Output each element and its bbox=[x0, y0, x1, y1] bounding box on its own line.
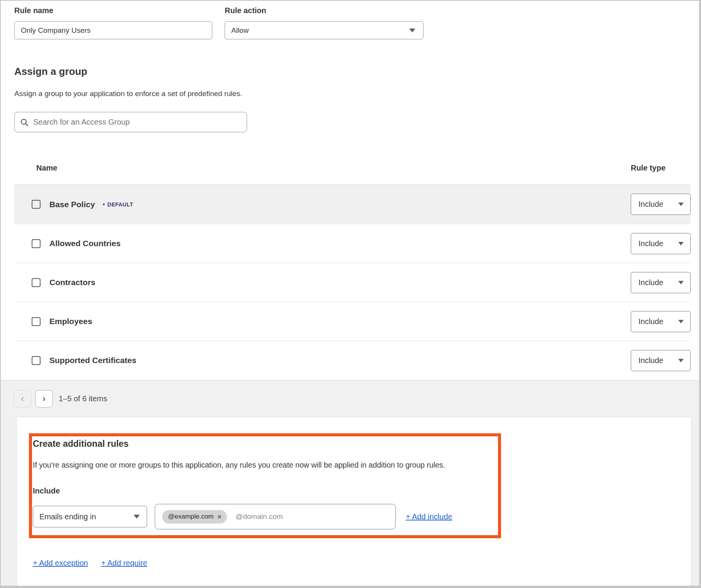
row-checkbox[interactable] bbox=[32, 317, 41, 326]
column-header-name: Name bbox=[36, 164, 57, 172]
pagination-status: 1–5 of 6 items bbox=[59, 394, 107, 403]
rule-action-select[interactable]: Allow bbox=[225, 21, 423, 39]
chevron-down-icon bbox=[134, 515, 140, 519]
rule-type-value: Include bbox=[638, 239, 664, 248]
previous-page-button[interactable]: ‹ bbox=[14, 390, 31, 407]
rule-type-value: Include bbox=[638, 278, 664, 287]
row-checkbox[interactable] bbox=[32, 278, 41, 287]
table-row-employees: Employees Include bbox=[14, 302, 691, 341]
chip-label: @example.com bbox=[168, 513, 213, 520]
rule-type-dropdown[interactable]: Include bbox=[631, 311, 691, 332]
footer-links-row: + Add exception + Add require bbox=[33, 559, 691, 568]
add-require-link[interactable]: + Add require bbox=[101, 559, 147, 568]
bottom-region: Create additional rules If you're assign… bbox=[1, 417, 699, 586]
search-icon bbox=[20, 118, 29, 127]
table-row-base-policy: Base Policy • DEFAULT Include bbox=[14, 185, 691, 224]
chevron-down-icon bbox=[678, 320, 684, 323]
row-name: Employees bbox=[49, 317, 92, 326]
rule-type-dropdown[interactable]: Include bbox=[631, 233, 691, 254]
rule-type-dropdown[interactable]: Include bbox=[631, 350, 691, 371]
create-rules-title: Create additional rules bbox=[33, 439, 691, 449]
email-domains-input[interactable]: @example.com ✕ bbox=[155, 504, 396, 529]
rule-action-value: Allow bbox=[231, 26, 249, 35]
access-group-table: Name Rule type Base Policy • DEFAULT Inc… bbox=[14, 151, 691, 380]
rule-name-field-group: Rule name bbox=[14, 6, 212, 39]
table-row-contractors: Contractors Include bbox=[14, 263, 691, 302]
chevron-right-icon: › bbox=[42, 394, 46, 403]
table-header: Name Rule type bbox=[14, 151, 691, 185]
rule-type-value: Include bbox=[638, 200, 664, 209]
table-row-allowed-countries: Allowed Countries Include bbox=[14, 224, 691, 263]
bullet-icon: • bbox=[103, 201, 105, 208]
rule-form-row: Rule name Rule action Allow bbox=[14, 6, 423, 39]
create-rules-card: Create additional rules If you're assign… bbox=[16, 417, 692, 588]
assign-group-description: Assign a group to your application to en… bbox=[14, 90, 242, 98]
default-badge: • DEFAULT bbox=[103, 201, 133, 208]
chevron-down-icon bbox=[678, 242, 684, 245]
rule-type-value: Include bbox=[638, 356, 664, 365]
rule-type-dropdown[interactable]: Include bbox=[631, 194, 691, 215]
row-checkbox[interactable] bbox=[32, 356, 41, 365]
condition-type-value: Emails ending in bbox=[39, 512, 96, 521]
row-checkbox[interactable] bbox=[32, 200, 41, 209]
column-header-rule-type: Rule type bbox=[631, 164, 665, 172]
row-name: Supported Certificates bbox=[49, 356, 136, 365]
chevron-left-icon: ‹ bbox=[21, 394, 24, 403]
row-name: Contractors bbox=[49, 278, 95, 287]
domain-entry-field[interactable] bbox=[235, 512, 389, 521]
row-name: Allowed Countries bbox=[49, 239, 120, 248]
add-include-link[interactable]: + Add include bbox=[406, 512, 452, 521]
table-row-supported-certificates: Supported Certificates Include bbox=[14, 341, 691, 380]
row-name: Base Policy bbox=[49, 200, 95, 209]
rule-action-label: Rule action bbox=[225, 6, 423, 15]
include-section-label: Include bbox=[33, 487, 691, 495]
chevron-down-icon bbox=[678, 203, 684, 206]
search-input[interactable] bbox=[33, 118, 241, 127]
chevron-down-icon bbox=[409, 29, 415, 32]
chevron-down-icon bbox=[678, 281, 684, 284]
include-rule-row: Emails ending in @example.com ✕ + Add in… bbox=[33, 504, 691, 529]
rule-type-dropdown[interactable]: Include bbox=[631, 272, 691, 293]
condition-type-select[interactable]: Emails ending in bbox=[33, 506, 147, 527]
row-checkbox[interactable] bbox=[32, 239, 41, 248]
pagination-bar: ‹ › 1–5 of 6 items bbox=[1, 380, 699, 417]
next-page-button[interactable]: › bbox=[35, 390, 53, 407]
create-rules-description: If you're assigning one or more groups t… bbox=[33, 461, 488, 470]
assign-group-title: Assign a group bbox=[14, 66, 87, 78]
access-group-search[interactable] bbox=[14, 112, 247, 132]
remove-chip-icon[interactable]: ✕ bbox=[217, 514, 222, 520]
add-exception-link[interactable]: + Add exception bbox=[33, 559, 88, 568]
rule-name-input[interactable] bbox=[14, 21, 212, 39]
email-domain-chip: @example.com ✕ bbox=[162, 510, 227, 524]
rule-action-field-group: Rule action Allow bbox=[225, 6, 423, 39]
default-badge-label: DEFAULT bbox=[107, 201, 133, 208]
rule-name-label: Rule name bbox=[14, 6, 212, 15]
chevron-down-icon bbox=[678, 359, 684, 362]
access-rule-form-page: Rule name Rule action Allow Assign a gro… bbox=[0, 0, 701, 588]
rule-type-value: Include bbox=[638, 317, 664, 326]
